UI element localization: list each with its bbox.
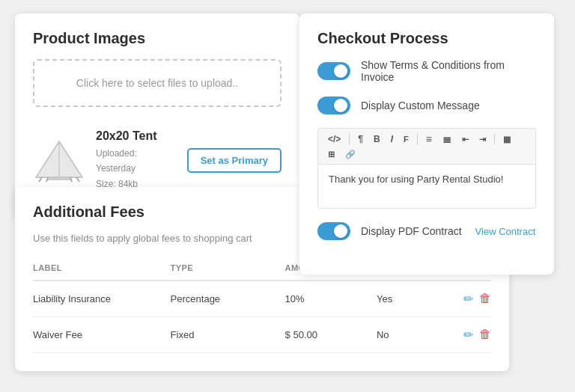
- delete-icon-0[interactable]: 🗑: [479, 292, 491, 306]
- col-header-type: TYPE: [171, 259, 285, 281]
- edit-icon-1[interactable]: ✏: [463, 328, 473, 342]
- svg-line-4: [76, 177, 79, 182]
- product-name: 20x20 Tent: [96, 129, 177, 143]
- product-uploaded: Uploaded: Yesterday: [96, 146, 177, 177]
- action-icons-1: ✏ 🗑: [459, 328, 491, 342]
- tent-image: [34, 138, 84, 183]
- cell-amount-1: $ 50.00: [285, 317, 377, 353]
- set-as-primary-button[interactable]: Set as Primary: [187, 148, 282, 173]
- toggle-pdf[interactable]: [317, 222, 350, 240]
- col-header-label: LABEL: [33, 259, 171, 281]
- editor-message: Thank you for using Party Rental Studio!: [329, 174, 503, 185]
- upload-placeholder-text: Click here to select files to upload..: [76, 77, 238, 89]
- toolbar-divider-2: [417, 134, 418, 144]
- cell-label-0: Liability Insurance: [33, 281, 171, 317]
- toolbar-link[interactable]: 🔗: [341, 149, 359, 160]
- svg-rect-2: [48, 177, 70, 180]
- checkout-process-title: Checkout Process: [317, 30, 536, 47]
- toolbar-indent[interactable]: ⇥: [475, 134, 490, 145]
- toolbar-divider-3: [494, 134, 495, 144]
- toggle-row-pdf: Display PDF Contract View Contract: [317, 222, 536, 240]
- toolbar-ul[interactable]: ≡: [422, 132, 436, 146]
- toolbar-bold[interactable]: B: [370, 133, 384, 145]
- cell-type-1: Fixed: [171, 317, 285, 353]
- cell-taxable-0: Yes: [377, 281, 459, 317]
- toggle-row-terms: Show Terms & Conditions from Invoice: [317, 59, 536, 83]
- product-thumbnail: [33, 135, 85, 187]
- toolbar-ol[interactable]: ≣: [439, 132, 455, 146]
- toolbar-format[interactable]: F: [400, 134, 413, 145]
- product-images-title: Product Images: [33, 30, 282, 47]
- toggle-row-custom: Display Custom Message: [317, 97, 536, 114]
- toolbar-divider-1: [349, 134, 350, 144]
- product-info: 20x20 Tent Uploaded: Yesterday Size: 84k…: [96, 129, 177, 192]
- table-row: Liability Insurance Percentage 10% Yes ✏…: [33, 281, 491, 317]
- toggle-label-pdf: Display PDF Contract: [361, 225, 462, 237]
- toggle-label-terms: Show Terms & Conditions from Invoice: [361, 59, 536, 83]
- table-row: Waiver Fee Fixed $ 50.00 No ✏ 🗑: [33, 317, 491, 353]
- toolbar-table[interactable]: ▦: [499, 134, 514, 145]
- cell-amount-0: 10%: [285, 281, 377, 317]
- toggle-slider-custom: [317, 97, 350, 114]
- editor-area[interactable]: Thank you for using Party Rental Studio!: [317, 164, 536, 209]
- view-contract-link[interactable]: View Contract: [475, 226, 536, 237]
- editor-toolbar: </> ¶ B I F ≡ ≣ ⇤ ⇥ ▦ ⊞ 🔗: [317, 128, 536, 164]
- cell-taxable-1: No: [377, 317, 459, 353]
- delete-icon-1[interactable]: 🗑: [479, 328, 491, 342]
- upload-area[interactable]: Click here to select files to upload..: [33, 59, 282, 107]
- svg-line-5: [46, 177, 48, 182]
- toggle-slider-terms: [317, 62, 350, 80]
- svg-line-6: [70, 177, 72, 182]
- toolbar-special[interactable]: ⊞: [324, 149, 338, 160]
- cell-actions-0: ✏ 🗑: [459, 281, 491, 317]
- toolbar-paragraph[interactable]: ¶: [354, 133, 367, 145]
- edit-icon-0[interactable]: ✏: [463, 292, 473, 306]
- svg-line-3: [39, 177, 42, 182]
- cell-label-1: Waiver Fee: [33, 317, 171, 353]
- action-icons-0: ✏ 🗑: [459, 292, 491, 306]
- toolbar-italic[interactable]: I: [387, 133, 397, 145]
- toggle-label-custom: Display Custom Message: [361, 99, 480, 111]
- toggle-slider-pdf: [317, 222, 350, 240]
- cell-actions-1: ✏ 🗑: [459, 317, 491, 353]
- toggle-custom[interactable]: [317, 97, 350, 114]
- toolbar-outdent[interactable]: ⇤: [458, 134, 472, 145]
- checkout-process-card: Checkout Process Show Terms & Conditions…: [299, 13, 554, 275]
- toggle-terms[interactable]: [317, 62, 350, 80]
- toolbar-source[interactable]: </>: [324, 133, 344, 145]
- cell-type-0: Percentage: [171, 281, 285, 317]
